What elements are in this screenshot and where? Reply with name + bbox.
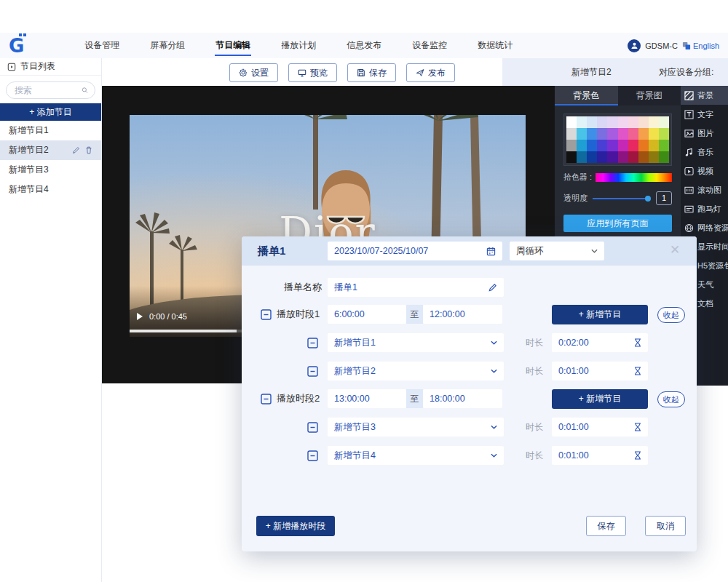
hourglass-icon[interactable] (634, 338, 641, 347)
rail-item-image[interactable]: 图片 (681, 124, 728, 143)
sidebar-item-program-2[interactable]: 新增节目2 (0, 140, 101, 160)
nav-item-device-monitor[interactable]: 设备监控 (397, 33, 462, 58)
palette-swatch[interactable] (577, 116, 587, 128)
palette-swatch[interactable] (566, 140, 577, 151)
dialog-cancel-button[interactable]: 取消 (645, 516, 686, 536)
collapse-section-1-button[interactable]: 收起 (657, 307, 685, 323)
palette-swatch[interactable] (638, 128, 649, 140)
close-icon[interactable]: ✕ (670, 243, 680, 258)
tab-background-image[interactable]: 背景图 (618, 86, 681, 105)
date-range-input[interactable]: 2023/10/07-2025/10/07 (328, 242, 502, 260)
delete-icon[interactable] (85, 146, 92, 154)
add-program-to-section-1-button[interactable]: + 新增节目 (552, 305, 648, 324)
palette-swatch[interactable] (659, 116, 669, 128)
remove-program-icon[interactable] (307, 422, 318, 433)
username[interactable]: GDSM-C (645, 41, 678, 50)
user-avatar[interactable] (628, 39, 641, 52)
palette-swatch[interactable] (607, 140, 617, 151)
rail-item-text[interactable]: 文字 (681, 105, 728, 124)
opacity-slider-knob[interactable] (645, 196, 651, 202)
save-button[interactable]: 保存 (347, 63, 396, 82)
palette-swatch[interactable] (607, 128, 617, 140)
palette-swatch[interactable] (587, 116, 597, 128)
palette-swatch[interactable] (638, 116, 649, 128)
palette-swatch[interactable] (628, 116, 638, 128)
search-icon[interactable] (82, 86, 88, 95)
add-program-to-section-2-button[interactable]: + 新增节目 (552, 389, 648, 409)
section-1-start-time[interactable]: 6:00:00 (328, 305, 406, 324)
remove-program-icon[interactable] (307, 366, 318, 377)
search-box[interactable] (6, 81, 95, 99)
rail-item-background[interactable]: 背景 (681, 86, 728, 105)
palette-swatch[interactable] (597, 140, 607, 151)
duration-input[interactable]: 0:02:00 (552, 333, 648, 352)
palette-swatch[interactable] (649, 151, 659, 163)
sidebar-item-program-1[interactable]: 新增节目1 (0, 121, 101, 140)
palette-swatch[interactable] (607, 116, 617, 128)
palette-swatch[interactable] (618, 128, 628, 140)
palette-swatch[interactable] (649, 128, 659, 140)
palette-swatch[interactable] (597, 128, 607, 140)
settings-button[interactable]: 设置 (229, 63, 278, 82)
palette-swatch[interactable] (649, 140, 659, 151)
edit-icon[interactable] (72, 146, 80, 154)
rail-item-music[interactable]: 音乐 (681, 143, 728, 162)
palette-swatch[interactable] (638, 151, 649, 163)
hourglass-icon[interactable] (634, 451, 641, 460)
add-time-section-button[interactable]: + 新增播放时段 (256, 516, 335, 536)
remove-section-icon[interactable] (261, 394, 272, 404)
palette-swatch[interactable] (597, 116, 607, 128)
remove-program-icon[interactable] (307, 450, 318, 461)
program-select[interactable]: 新增节目3 (328, 418, 504, 436)
palette-swatch[interactable] (628, 151, 638, 163)
palette-swatch[interactable] (587, 151, 597, 163)
opacity-value[interactable]: 1 (656, 191, 672, 205)
sidebar-item-program-3[interactable]: 新增节目3 (0, 160, 101, 180)
opacity-slider[interactable] (593, 198, 649, 199)
nav-item-program-edit[interactable]: 节目编辑 (200, 33, 266, 58)
remove-program-icon[interactable] (307, 338, 318, 348)
edit-icon[interactable] (488, 283, 497, 292)
sidebar-item-program-4[interactable]: 新增节目4 (0, 180, 101, 199)
nav-item-screen-groups[interactable]: 屏幕分组 (135, 33, 200, 58)
hourglass-icon[interactable] (634, 367, 641, 375)
cycle-select[interactable]: 周循环 (510, 242, 604, 260)
program-select[interactable]: 新增节目4 (328, 446, 504, 465)
nav-item-play-schedule[interactable]: 播放计划 (266, 33, 331, 58)
hourglass-icon[interactable] (634, 423, 641, 431)
playlist-name-input[interactable]: 播单1 (328, 278, 504, 297)
palette-swatch[interactable] (659, 128, 669, 140)
rail-item-web-resource[interactable]: 网络资源 (681, 218, 728, 237)
palette-swatch[interactable] (577, 140, 587, 151)
duration-input[interactable]: 0:01:00 (552, 362, 648, 380)
program-select[interactable]: 新增节目2 (328, 362, 504, 380)
palette-swatch[interactable] (577, 151, 587, 163)
nav-item-info-publish[interactable]: 信息发布 (331, 33, 397, 58)
add-program-button[interactable]: + 添加节目 (0, 103, 101, 121)
palette-swatch[interactable] (597, 151, 607, 163)
language-switch[interactable]: English (682, 41, 719, 50)
palette-swatch[interactable] (618, 116, 628, 128)
calendar-icon[interactable] (486, 247, 496, 256)
palette-swatch[interactable] (628, 140, 638, 151)
palette-swatch[interactable] (587, 140, 597, 151)
rainbow-strip[interactable] (596, 173, 672, 182)
palette-swatch[interactable] (618, 151, 628, 163)
palette-swatch[interactable] (618, 140, 628, 151)
preview-button[interactable]: 预览 (288, 63, 337, 82)
apply-to-all-pages-button[interactable]: 应用到所有页面 (563, 215, 672, 232)
rail-item-marquee[interactable]: 跑马灯 (681, 199, 728, 218)
duration-input[interactable]: 0:01:00 (552, 418, 648, 436)
collapse-section-2-button[interactable]: 收起 (657, 391, 685, 407)
palette-swatch[interactable] (577, 128, 587, 140)
palette-swatch[interactable] (566, 151, 577, 163)
section-2-start-time[interactable]: 13:00:00 (328, 389, 406, 408)
rail-item-scroll-image[interactable]: 滚动图 (681, 180, 728, 199)
search-input[interactable] (13, 84, 82, 96)
palette-swatch[interactable] (638, 140, 649, 151)
remove-section-icon[interactable] (261, 309, 272, 320)
nav-item-device-management[interactable]: 设备管理 (69, 33, 135, 58)
nav-item-data-statistics[interactable]: 数据统计 (462, 33, 528, 58)
section-2-end-time[interactable]: 18:00:00 (423, 389, 502, 408)
palette-swatch[interactable] (607, 151, 617, 163)
